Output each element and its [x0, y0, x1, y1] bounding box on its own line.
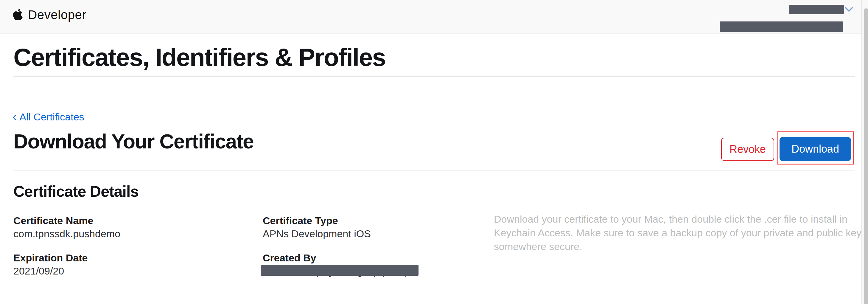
download-help-text: Download your certificate to your Mac, t…	[494, 212, 850, 253]
certificate-name-value: com.tpnssdk.pushdemo	[13, 228, 120, 240]
breadcrumb-label: All Certificates	[19, 111, 84, 123]
help-line-1: Download your certificate to your Mac, t…	[494, 212, 850, 226]
section-title: Download Your Certificate	[13, 131, 253, 151]
scrollbar-thumb[interactable]	[864, 8, 868, 304]
apple-logo-icon	[13, 8, 23, 22]
certificate-name-label: Certificate Name	[13, 215, 93, 226]
expiration-date-label: Expiration Date	[13, 252, 88, 264]
apple-developer-logo[interactable]: Developer	[13, 0, 86, 30]
global-header: Developer	[0, 0, 868, 34]
created-by-redaction	[261, 265, 418, 276]
brand-label: Developer	[28, 8, 86, 22]
certificate-type-value: APNs Development iOS	[263, 228, 371, 240]
scrollbar[interactable]	[862, 0, 868, 304]
title-divider	[13, 76, 855, 77]
expiration-date-value: 2021/09/20	[13, 265, 64, 277]
revoke-button[interactable]: Revoke	[721, 138, 774, 161]
help-line-3: somewhere secure.	[494, 240, 850, 253]
apple-developer-certificates-page: Developer Certificates, Identifiers & Pr…	[0, 0, 868, 304]
breadcrumb-all-certificates[interactable]: ‹ All Certificates	[12, 110, 84, 123]
certificate-details-heading: Certificate Details	[13, 184, 138, 199]
chevron-left-icon: ‹	[12, 110, 17, 123]
help-line-2: Keychain Access. Make sure to save a bac…	[494, 226, 850, 240]
account-team-redaction	[720, 22, 843, 32]
account-name-redaction	[789, 5, 844, 14]
created-by-label: Created By	[263, 252, 316, 264]
download-button[interactable]: Download	[779, 137, 851, 161]
annotation-highlight-box: Download	[777, 131, 854, 164]
certificate-type-label: Certificate Type	[263, 215, 338, 226]
chevron-down-icon[interactable]	[845, 6, 853, 12]
section-divider	[13, 170, 855, 171]
page-title: Certificates, Identifiers & Profiles	[13, 45, 385, 70]
